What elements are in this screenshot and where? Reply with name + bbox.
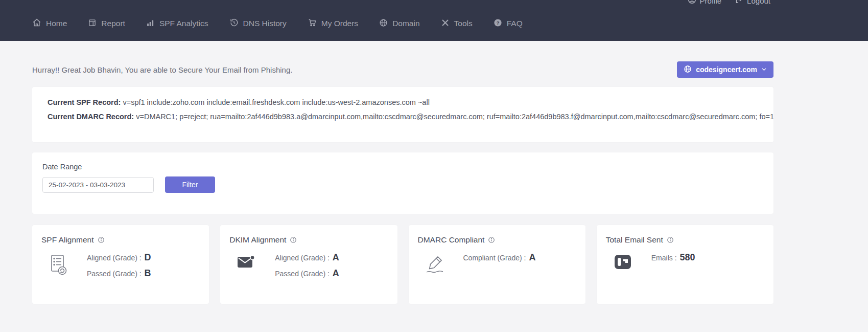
bar-chart-icon — [146, 18, 155, 29]
nav-item-report[interactable]: Report — [88, 18, 125, 29]
stat-row: Passed (Grade) : B — [87, 268, 151, 279]
nav-label: Tools — [454, 19, 473, 28]
nav-label: SPF Analytics — [159, 19, 208, 28]
cart-icon — [308, 18, 317, 29]
report-icon — [88, 18, 97, 29]
grade-value: B — [145, 268, 151, 279]
logout-label: Logout — [747, 0, 770, 5]
card-title: Total Email Sent — [606, 235, 663, 245]
globe-icon — [684, 65, 692, 75]
stat-label: Passed (Grade) : — [87, 270, 142, 278]
nav-item-domain[interactable]: Domain — [379, 18, 419, 29]
account-links: Profile Logout — [688, 0, 770, 6]
email-count-value: 580 — [680, 252, 695, 263]
nav-label: FAQ — [507, 19, 523, 28]
nav-item-faq[interactable]: ? FAQ — [494, 18, 523, 29]
stat-label: Aligned (Grade) : — [275, 254, 330, 262]
stat-row: Aligned (Grade) : A — [275, 252, 339, 263]
grade-value: D — [145, 252, 151, 263]
home-icon — [32, 18, 41, 29]
nav-item-tools[interactable]: Tools — [441, 18, 473, 29]
spf-record-value: v=spf1 include:zoho.com include:email.fr… — [123, 98, 429, 106]
svg-text:?: ? — [496, 20, 499, 26]
profile-link[interactable]: Profile — [688, 0, 722, 6]
chevron-down-icon — [761, 65, 767, 74]
stat-label: Aligned (Grade) : — [87, 254, 142, 262]
grade-value: A — [333, 268, 339, 279]
history-icon — [229, 18, 239, 29]
stat-row: Compliant (Grade) : A — [463, 252, 536, 263]
nav-item-my-orders[interactable]: My Orders — [308, 18, 358, 29]
stat-row: Passed (Grade) : A — [275, 268, 339, 279]
info-icon[interactable] — [667, 236, 674, 244]
nav-label: Home — [46, 19, 67, 28]
dmarc-record-label: Current DMARC Record: — [48, 113, 134, 121]
date-range-input[interactable] — [42, 177, 154, 193]
dmarc-compliant-card: DMARC Compliant Compliant (Grade) : A — [409, 225, 585, 304]
mail-badge-icon — [236, 252, 256, 284]
dmarc-record-line: Current DMARC Record: v=DMARC1; p=reject… — [48, 112, 758, 122]
main-nav: Home Report SPF Analytics DNS History My… — [0, 0, 868, 41]
stat-cards-row: SPF Alignment Aligned (Grad — [32, 225, 773, 304]
domain-selector-button[interactable]: codesigncert.com — [677, 61, 773, 78]
spf-record-icon — [48, 252, 68, 284]
stat-label: Passed (Grade) : — [275, 270, 330, 278]
info-icon[interactable] — [488, 236, 495, 244]
spf-record-line: Current SPF Record: v=spf1 include:zoho.… — [48, 97, 758, 107]
greeting-message: Hurray!! Great Job Bhavin, You are able … — [32, 65, 292, 74]
grade-value: A — [333, 252, 339, 263]
nav-item-home[interactable]: Home — [32, 18, 67, 29]
nav-item-spf-analytics[interactable]: SPF Analytics — [146, 18, 208, 29]
question-icon: ? — [494, 18, 502, 29]
card-title: DMARC Compliant — [418, 235, 485, 245]
stat-label: Emails : — [651, 254, 677, 262]
nav-label: My Orders — [321, 19, 358, 28]
date-range-label: Date Range — [42, 163, 763, 171]
top-navbar: Profile Logout Home Report SPF Analytics… — [0, 0, 868, 41]
total-email-sent-card: Total Email Sent Emails : 580 — [597, 225, 773, 304]
date-filter-card: Date Range Filter — [32, 152, 773, 214]
spf-alignment-card: SPF Alignment Aligned (Grad — [32, 225, 209, 304]
signature-pen-icon — [425, 252, 445, 274]
stat-row: Emails : 580 — [651, 252, 695, 263]
tools-icon — [441, 18, 450, 29]
card-title: SPF Alignment — [41, 235, 94, 245]
logout-link[interactable]: Logout — [735, 0, 770, 6]
filter-button[interactable]: Filter — [165, 176, 215, 193]
nav-label: DNS History — [243, 19, 287, 28]
profile-icon — [688, 0, 696, 6]
stat-row: Aligned (Grade) : D — [87, 252, 151, 263]
info-icon[interactable] — [290, 236, 297, 244]
nav-label: Report — [101, 19, 125, 28]
dmarc-record-value: v=DMARC1; p=reject; rua=mailto:2af446d9b… — [136, 113, 774, 121]
mailbox-icon — [613, 252, 633, 270]
info-icon[interactable] — [98, 236, 105, 244]
stat-label: Compliant (Grade) : — [463, 254, 526, 262]
globe-icon — [379, 18, 388, 29]
nav-item-dns-history[interactable]: DNS History — [229, 18, 287, 29]
domain-selector-label: codesigncert.com — [696, 65, 757, 74]
grade-value: A — [529, 252, 535, 263]
logout-icon — [735, 0, 743, 6]
nav-label: Domain — [392, 19, 419, 28]
spf-record-label: Current SPF Record: — [48, 98, 121, 106]
dns-records-card: Current SPF Record: v=spf1 include:zoho.… — [32, 87, 773, 142]
dkim-alignment-card: DKIM Alignment Aligned (Grade) : A — [220, 225, 397, 304]
profile-label: Profile — [700, 0, 722, 5]
main-content: Hurray!! Great Job Bhavin, You are able … — [32, 61, 773, 304]
card-title: DKIM Alignment — [229, 235, 286, 245]
